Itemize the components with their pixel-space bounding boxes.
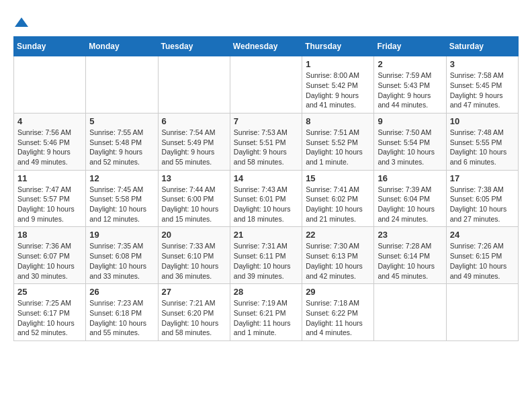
day-number: 7 bbox=[234, 116, 298, 126]
calendar-cell: 1Sunrise: 8:00 AM Sunset: 5:42 PM Daylig… bbox=[302, 56, 374, 113]
calendar-cell: 12Sunrise: 7:45 AM Sunset: 5:58 PM Dayli… bbox=[86, 170, 158, 227]
day-number: 1 bbox=[306, 59, 370, 69]
day-number: 26 bbox=[89, 287, 154, 297]
calendar-cell: 14Sunrise: 7:43 AM Sunset: 6:01 PM Dayli… bbox=[230, 170, 302, 227]
day-info: Sunrise: 7:26 AM Sunset: 6:15 PM Dayligh… bbox=[450, 241, 515, 281]
calendar-week-row: 11Sunrise: 7:47 AM Sunset: 5:57 PM Dayli… bbox=[14, 170, 519, 227]
day-info: Sunrise: 7:44 AM Sunset: 6:00 PM Dayligh… bbox=[162, 185, 226, 224]
day-info: Sunrise: 7:54 AM Sunset: 5:49 PM Dayligh… bbox=[162, 128, 226, 167]
calendar-cell bbox=[158, 56, 230, 113]
header-saturday: Saturday bbox=[446, 37, 518, 56]
day-number: 6 bbox=[162, 116, 226, 126]
calendar-week-row: 25Sunrise: 7:25 AM Sunset: 6:17 PM Dayli… bbox=[14, 284, 519, 341]
day-number: 22 bbox=[306, 230, 370, 240]
day-info: Sunrise: 7:53 AM Sunset: 5:51 PM Dayligh… bbox=[234, 128, 298, 167]
day-number: 18 bbox=[17, 230, 82, 240]
calendar-cell: 13Sunrise: 7:44 AM Sunset: 6:00 PM Dayli… bbox=[158, 170, 230, 227]
calendar-cell: 5Sunrise: 7:55 AM Sunset: 5:48 PM Daylig… bbox=[86, 113, 158, 170]
day-number: 4 bbox=[17, 116, 82, 126]
header-tuesday: Tuesday bbox=[158, 37, 230, 56]
day-info: Sunrise: 7:59 AM Sunset: 5:43 PM Dayligh… bbox=[378, 71, 442, 110]
calendar-cell: 21Sunrise: 7:31 AM Sunset: 6:11 PM Dayli… bbox=[230, 227, 302, 284]
day-info: Sunrise: 7:48 AM Sunset: 5:55 PM Dayligh… bbox=[450, 128, 515, 167]
day-info: Sunrise: 7:21 AM Sunset: 6:20 PM Dayligh… bbox=[162, 298, 226, 338]
day-number: 15 bbox=[306, 173, 370, 183]
calendar-cell: 25Sunrise: 7:25 AM Sunset: 6:17 PM Dayli… bbox=[14, 284, 86, 341]
calendar-cell: 2Sunrise: 7:59 AM Sunset: 5:43 PM Daylig… bbox=[374, 56, 446, 113]
calendar-cell bbox=[446, 284, 518, 341]
header-sunday: Sunday bbox=[14, 37, 86, 56]
day-info: Sunrise: 7:55 AM Sunset: 5:48 PM Dayligh… bbox=[89, 128, 154, 167]
day-info: Sunrise: 7:23 AM Sunset: 6:18 PM Dayligh… bbox=[89, 298, 154, 338]
calendar-cell bbox=[14, 56, 86, 113]
day-info: Sunrise: 7:19 AM Sunset: 6:21 PM Dayligh… bbox=[234, 298, 298, 338]
day-number: 11 bbox=[17, 173, 82, 183]
calendar-cell: 24Sunrise: 7:26 AM Sunset: 6:15 PM Dayli… bbox=[446, 227, 518, 284]
logo-icon bbox=[15, 17, 28, 27]
calendar-cell: 3Sunrise: 7:58 AM Sunset: 5:45 PM Daylig… bbox=[446, 56, 518, 113]
day-info: Sunrise: 7:56 AM Sunset: 5:46 PM Dayligh… bbox=[17, 128, 82, 167]
header-friday: Friday bbox=[374, 37, 446, 56]
day-number: 3 bbox=[450, 59, 515, 69]
day-info: Sunrise: 7:51 AM Sunset: 5:52 PM Dayligh… bbox=[306, 128, 370, 167]
calendar-table: SundayMondayTuesdayWednesdayThursdayFrid… bbox=[13, 36, 519, 341]
day-info: Sunrise: 7:43 AM Sunset: 6:01 PM Dayligh… bbox=[234, 185, 298, 224]
calendar-cell bbox=[86, 56, 158, 113]
day-number: 9 bbox=[378, 116, 442, 126]
calendar-cell: 27Sunrise: 7:21 AM Sunset: 6:20 PM Dayli… bbox=[158, 284, 230, 341]
day-info: Sunrise: 7:50 AM Sunset: 5:54 PM Dayligh… bbox=[378, 128, 442, 167]
day-info: Sunrise: 7:28 AM Sunset: 6:14 PM Dayligh… bbox=[378, 241, 442, 281]
day-info: Sunrise: 7:47 AM Sunset: 5:57 PM Dayligh… bbox=[17, 185, 82, 224]
day-number: 20 bbox=[162, 230, 226, 240]
calendar-cell: 19Sunrise: 7:35 AM Sunset: 6:08 PM Dayli… bbox=[86, 227, 158, 284]
day-info: Sunrise: 7:58 AM Sunset: 5:45 PM Dayligh… bbox=[450, 71, 515, 110]
calendar-cell: 20Sunrise: 7:33 AM Sunset: 6:10 PM Dayli… bbox=[158, 227, 230, 284]
day-number: 8 bbox=[306, 116, 370, 126]
day-info: Sunrise: 7:30 AM Sunset: 6:13 PM Dayligh… bbox=[306, 241, 370, 281]
calendar-week-row: 4Sunrise: 7:56 AM Sunset: 5:46 PM Daylig… bbox=[14, 113, 519, 170]
calendar-cell: 10Sunrise: 7:48 AM Sunset: 5:55 PM Dayli… bbox=[446, 113, 518, 170]
calendar-cell: 16Sunrise: 7:39 AM Sunset: 6:04 PM Dayli… bbox=[374, 170, 446, 227]
calendar-cell: 8Sunrise: 7:51 AM Sunset: 5:52 PM Daylig… bbox=[302, 113, 374, 170]
svg-marker-0 bbox=[15, 17, 28, 27]
calendar-cell: 7Sunrise: 7:53 AM Sunset: 5:51 PM Daylig… bbox=[230, 113, 302, 170]
day-number: 10 bbox=[450, 116, 515, 126]
calendar-cell bbox=[374, 284, 446, 341]
calendar-cell: 4Sunrise: 7:56 AM Sunset: 5:46 PM Daylig… bbox=[14, 113, 86, 170]
header-wednesday: Wednesday bbox=[230, 37, 302, 56]
calendar-week-row: 18Sunrise: 7:36 AM Sunset: 6:07 PM Dayli… bbox=[14, 227, 519, 284]
day-number: 21 bbox=[234, 230, 298, 240]
calendar-week-row: 1Sunrise: 8:00 AM Sunset: 5:42 PM Daylig… bbox=[14, 56, 519, 113]
day-number: 27 bbox=[162, 287, 226, 297]
calendar-cell: 23Sunrise: 7:28 AM Sunset: 6:14 PM Dayli… bbox=[374, 227, 446, 284]
day-number: 14 bbox=[234, 173, 298, 183]
day-number: 17 bbox=[450, 173, 515, 183]
calendar-cell: 18Sunrise: 7:36 AM Sunset: 6:07 PM Dayli… bbox=[14, 227, 86, 284]
calendar-cell: 28Sunrise: 7:19 AM Sunset: 6:21 PM Dayli… bbox=[230, 284, 302, 341]
calendar-cell: 17Sunrise: 7:38 AM Sunset: 6:05 PM Dayli… bbox=[446, 170, 518, 227]
header-monday: Monday bbox=[86, 37, 158, 56]
calendar-cell: 11Sunrise: 7:47 AM Sunset: 5:57 PM Dayli… bbox=[14, 170, 86, 227]
day-number: 24 bbox=[450, 230, 515, 240]
day-number: 5 bbox=[89, 116, 154, 126]
day-info: Sunrise: 8:00 AM Sunset: 5:42 PM Dayligh… bbox=[306, 71, 370, 110]
day-info: Sunrise: 7:45 AM Sunset: 5:58 PM Dayligh… bbox=[89, 185, 154, 224]
day-number: 28 bbox=[234, 287, 298, 297]
page-header bbox=[13, 13, 519, 30]
day-info: Sunrise: 7:36 AM Sunset: 6:07 PM Dayligh… bbox=[17, 241, 82, 281]
calendar-cell: 22Sunrise: 7:30 AM Sunset: 6:13 PM Dayli… bbox=[302, 227, 374, 284]
day-number: 29 bbox=[306, 287, 370, 297]
day-info: Sunrise: 7:41 AM Sunset: 6:02 PM Dayligh… bbox=[306, 185, 370, 224]
day-number: 19 bbox=[89, 230, 154, 240]
calendar-cell: 6Sunrise: 7:54 AM Sunset: 5:49 PM Daylig… bbox=[158, 113, 230, 170]
day-info: Sunrise: 7:25 AM Sunset: 6:17 PM Dayligh… bbox=[17, 298, 82, 338]
day-number: 16 bbox=[378, 173, 442, 183]
calendar-header-row: SundayMondayTuesdayWednesdayThursdayFrid… bbox=[14, 37, 519, 56]
day-info: Sunrise: 7:35 AM Sunset: 6:08 PM Dayligh… bbox=[89, 241, 154, 281]
day-number: 23 bbox=[378, 230, 442, 240]
day-number: 12 bbox=[89, 173, 154, 183]
day-info: Sunrise: 7:39 AM Sunset: 6:04 PM Dayligh… bbox=[378, 185, 442, 224]
day-info: Sunrise: 7:18 AM Sunset: 6:22 PM Dayligh… bbox=[306, 298, 370, 338]
logo bbox=[13, 13, 28, 30]
day-number: 25 bbox=[17, 287, 82, 297]
